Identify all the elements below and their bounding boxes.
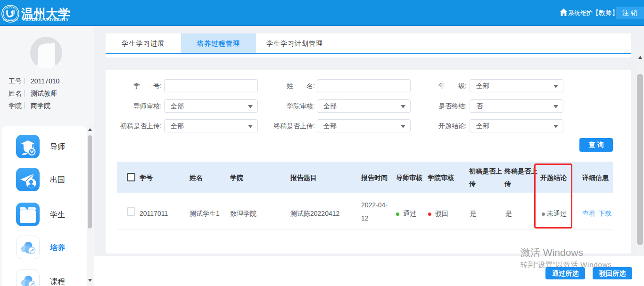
svg-text:WENZHOU UNIVERSITY: WENZHOU UNIVERSITY [3, 19, 18, 21]
svg-text:温 州 大 学: 温 州 大 学 [6, 7, 15, 9]
